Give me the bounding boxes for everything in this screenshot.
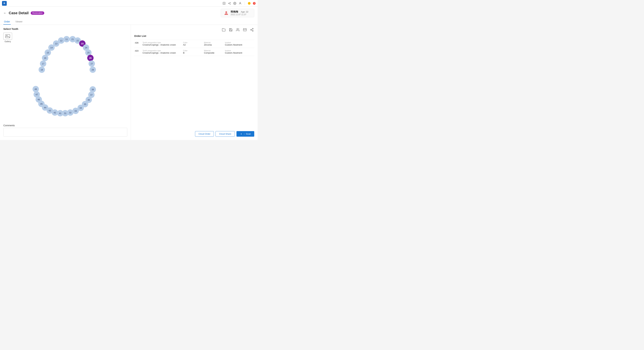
- tooth-chart: 11 12 13 14 15 16 17 18 21 22 23 24 25 2…: [15, 33, 112, 121]
- svg-point-1: [228, 3, 229, 3]
- order-row-26: #26 Tooth preparation type Crowns/Coping…: [134, 40, 254, 48]
- tooth-26[interactable]: 26: [87, 55, 94, 61]
- content-area: Select Tooth Gallery: [0, 25, 258, 140]
- tab-order[interactable]: Order: [3, 19, 11, 25]
- order-list-title: Order List: [134, 34, 254, 37]
- back-button[interactable]: ←: [3, 11, 7, 15]
- svg-line-4: [229, 3, 230, 3]
- close-button[interactable]: ✕: [253, 2, 256, 5]
- color-value-23: B: [183, 52, 202, 54]
- header-row1: ← Case Detail Restoration 韩梅梅 Age: 22 20…: [3, 9, 254, 17]
- material-col-23: Material Composite: [204, 50, 224, 54]
- svg-point-11: [237, 28, 238, 30]
- prep-type-value-26: Crowns/Copings - Anatomic crown: [142, 43, 182, 46]
- implant-value-23: Custom Abutment: [225, 52, 254, 54]
- main-area: ← Case Detail Restoration 韩梅梅 Age: 22 20…: [0, 7, 258, 140]
- implant-label-23: Implant: [225, 50, 254, 52]
- svg-rect-9: [6, 34, 10, 38]
- email-icon[interactable]: [242, 27, 247, 32]
- share-icon[interactable]: [250, 27, 254, 32]
- tab-viewer[interactable]: Viewer: [15, 19, 23, 25]
- order-row-23: #23 Tooth preparation type Crowns/Coping…: [134, 48, 254, 56]
- implant-col-23: Implant Custom Abutment: [225, 50, 254, 54]
- tabs: Order Viewer: [3, 19, 254, 25]
- titlebar-left: R: [2, 1, 7, 6]
- titlebar: R − ✕: [0, 0, 258, 7]
- svg-point-13: [250, 29, 252, 30]
- material-value-23: Composite: [204, 52, 224, 54]
- comments-input[interactable]: [3, 128, 127, 137]
- implant-col-26: Implant Custom Abutment: [225, 41, 254, 46]
- order-details-26: Tooth preparation type Crowns/Copings - …: [142, 41, 254, 46]
- tooth-48[interactable]: 48: [32, 86, 39, 92]
- select-tooth-title: Select Tooth: [3, 27, 127, 30]
- order-details-23: Tooth preparation type Crowns/Copings - …: [142, 50, 254, 54]
- settings-icon[interactable]: [233, 2, 236, 5]
- avatar-icon: [224, 10, 229, 16]
- patient-name: 韩梅梅: [230, 10, 238, 13]
- folder-icon[interactable]: [221, 27, 226, 32]
- svg-line-5: [229, 3, 230, 4]
- save-icon[interactable]: [228, 27, 233, 32]
- restoration-badge: Restoration: [31, 11, 44, 15]
- tooth-27[interactable]: 27: [88, 60, 95, 67]
- cloud-order-button[interactable]: Cloud Order: [195, 131, 214, 137]
- material-col-26: Material Zirconia: [204, 41, 224, 46]
- patient-date: 2022.11.07 11:37: [230, 13, 248, 16]
- gallery-label: Gallery: [4, 40, 11, 43]
- implant-value-26: Custom Abutment: [225, 43, 254, 46]
- material-value-26: Zirconia: [204, 43, 224, 46]
- tooth-17[interactable]: 17: [40, 60, 46, 67]
- scan-label: → Scan: [243, 133, 251, 135]
- material-label-26: Material: [204, 41, 224, 43]
- color-col-23: Color B: [183, 50, 202, 54]
- scan-button[interactable]: → Scan: [236, 131, 254, 137]
- prep-type-col-23: Tooth preparation type Crowns/Copings - …: [142, 50, 182, 54]
- header-left: ← Case Detail Restoration: [3, 11, 44, 15]
- tooth-16[interactable]: 16: [42, 55, 48, 61]
- account-icon[interactable]: [239, 2, 242, 5]
- toolbar-icons: [134, 27, 254, 32]
- patient-card: 韩梅梅 Age: 22 2022.11.07 11:37: [221, 9, 254, 17]
- implant-label-26: Implant: [225, 41, 254, 43]
- svg-line-15: [252, 30, 252, 31]
- page-title: Case Detail: [9, 11, 29, 15]
- right-panel: Order List #26 Tooth preparation type Cr…: [131, 25, 258, 140]
- tooth-num-23: #23: [134, 50, 142, 52]
- tooth-41[interactable]: 41: [57, 110, 64, 116]
- cloud-share-button[interactable]: Cloud Share: [216, 131, 234, 137]
- svg-point-6: [234, 3, 235, 4]
- patient-info: 韩梅梅 Age: 22 2022.11.07 11:37: [230, 10, 248, 16]
- tooth-28[interactable]: 28: [90, 66, 96, 73]
- svg-point-8: [226, 11, 227, 13]
- order-table: #26 Tooth preparation type Crowns/Coping…: [134, 40, 254, 56]
- comments-label: Comments: [3, 124, 127, 127]
- bottom-actions: Cloud Order Cloud Share → Scan: [134, 129, 254, 137]
- svg-point-3: [230, 4, 230, 4]
- titlebar-icons: − ✕: [222, 2, 256, 5]
- color-col-26: Color A2: [183, 41, 202, 46]
- gallery-icon: [3, 33, 12, 40]
- tooth-18[interactable]: 18: [38, 66, 45, 73]
- svg-point-2: [230, 2, 230, 3]
- import-icon[interactable]: [222, 2, 226, 5]
- app-logo: R: [2, 1, 7, 6]
- share-contacts-icon[interactable]: [236, 27, 240, 32]
- header: ← Case Detail Restoration 韩梅梅 Age: 22 20…: [0, 7, 258, 25]
- tooth-47[interactable]: 47: [34, 91, 40, 98]
- patient-name-row: 韩梅梅 Age: 22: [230, 10, 248, 13]
- svg-point-7: [240, 2, 241, 3]
- prep-type-col-26: Tooth preparation type Crowns/Copings - …: [142, 41, 182, 46]
- material-label-23: Material: [204, 50, 224, 52]
- color-label-26: Color: [183, 41, 202, 43]
- minimize-button[interactable]: −: [248, 2, 250, 5]
- prep-type-label-23: Tooth preparation type: [142, 50, 182, 52]
- gallery-button[interactable]: Gallery: [3, 33, 12, 43]
- connection-icon[interactable]: [228, 2, 231, 5]
- left-panel: Select Tooth Gallery: [0, 25, 131, 140]
- tooth-11[interactable]: 11: [64, 36, 70, 42]
- prep-type-label-26: Tooth preparation type: [142, 41, 182, 43]
- scan-arrow-icon: [240, 133, 242, 135]
- svg-point-12: [252, 28, 254, 29]
- svg-point-14: [252, 30, 254, 31]
